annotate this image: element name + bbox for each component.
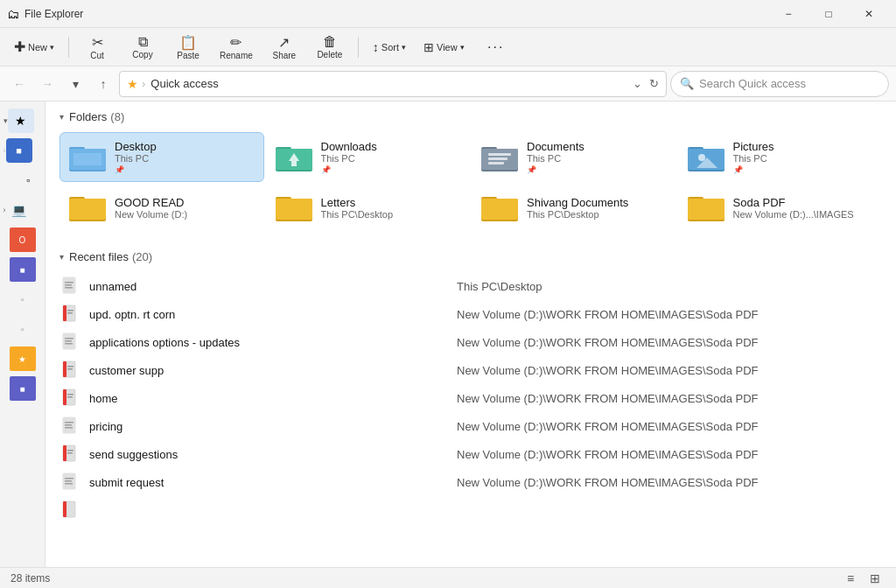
sidebar-icon-3: O (19, 235, 26, 245)
svg-rect-50 (67, 396, 73, 398)
svg-rect-52 (65, 422, 74, 424)
folders-section-header[interactable]: ▾ Folders (8) (46, 102, 896, 129)
svg-rect-56 (63, 445, 66, 461)
rename-icon: ✏ (230, 34, 242, 51)
folder-goodread-path: New Volume (D:) (115, 209, 255, 220)
back-button[interactable]: ← (7, 72, 32, 96)
file-row[interactable]: unnamed This PC\Desktop (46, 272, 896, 300)
file-row[interactable]: home New Volume (D:)\WORK FROM HOME\IMAG… (46, 384, 896, 412)
search-placeholder: Search Quick access (699, 77, 806, 90)
cut-icon: ✂ (92, 34, 103, 51)
file-path-submit: New Volume (D:)\WORK FROM HOME\IMAGES\So… (457, 476, 882, 489)
cut-button[interactable]: ✂ Cut (76, 32, 118, 63)
separator-1 (68, 37, 69, 58)
minimize-button[interactable]: − (768, 0, 808, 28)
file-row[interactable]: customer supp New Volume (D:)\WORK FROM … (46, 356, 896, 384)
folder-letters-path: This PC\Desktop (321, 209, 461, 220)
more-button[interactable]: ··· (475, 32, 517, 63)
folder-shivang-path: This PC\Desktop (527, 209, 667, 220)
file-row[interactable]: applications options - updates New Volum… (46, 328, 896, 356)
file-row-partial[interactable] (46, 496, 896, 524)
sidebar-item-4[interactable]: ■ (10, 257, 36, 282)
folder-sodapdf[interactable]: Soda PDF New Volume (D:)...\IMAGES (678, 184, 883, 231)
address-bar[interactable]: ★ › Quick access ⌄ ↻ (119, 71, 667, 97)
svg-rect-62 (65, 483, 73, 485)
sidebar-item-2[interactable]: ▫ (16, 168, 42, 192)
sidebar-collapse-icon[interactable]: ▾ (4, 116, 8, 125)
maximize-button[interactable]: □ (808, 0, 849, 28)
folder-documents[interactable]: Documents This PC 📌 (472, 132, 676, 182)
folder-shivang-info: Shivang Documents This PC\Desktop (527, 196, 667, 220)
recent-title: Recent files (69, 250, 129, 263)
view-button[interactable]: ⊞ View ▾ (416, 32, 472, 63)
svg-rect-44 (63, 361, 66, 377)
file-row[interactable]: send suggestions New Volume (D:)\WORK FR… (46, 440, 896, 468)
delete-icon: 🗑 (323, 34, 337, 50)
folder-desktop-icon (69, 142, 106, 173)
folder-shivang[interactable]: Shivang Documents This PC\Desktop (472, 184, 676, 231)
folder-letters-info: Letters This PC\Desktop (321, 196, 461, 220)
sidebar-item-8[interactable]: ■ (10, 376, 36, 401)
file-row[interactable]: upd. optn. rt corn New Volume (D:)\WORK … (46, 300, 896, 328)
folder-desktop[interactable]: Desktop This PC 📌 (60, 132, 264, 182)
this-pc-icon: 💻 (11, 203, 26, 217)
file-row[interactable]: pricing New Volume (D:)\WORK FROM HOME\I… (46, 412, 896, 440)
svg-rect-45 (67, 366, 74, 368)
file-name-suggestions: send suggestions (89, 448, 457, 461)
sidebar-item-5[interactable]: ▫ (10, 287, 36, 312)
view-icon: ⊞ (424, 40, 434, 54)
sidebar-icon-6: ▫ (21, 325, 24, 334)
folder-downloads[interactable]: Downloads This PC 📌 (266, 132, 471, 182)
file-name-apps: applications options - updates (89, 336, 457, 349)
folder-desktop-pin: 📌 (115, 165, 255, 174)
copy-button[interactable]: ⧉ Copy (122, 32, 164, 63)
paste-icon: 📋 (179, 34, 197, 51)
search-bar[interactable]: 🔍 Search Quick access (670, 71, 889, 97)
svg-rect-21 (69, 199, 106, 220)
forward-button[interactable]: → (35, 72, 60, 96)
folder-pictures[interactable]: Pictures This PC 📌 (678, 132, 883, 182)
refresh-icon[interactable]: ↻ (649, 77, 659, 90)
svg-rect-40 (65, 338, 74, 340)
file-row[interactable]: submit request New Volume (D:)\WORK FROM… (46, 468, 896, 496)
close-button[interactable]: ✕ (849, 0, 889, 28)
delete-button[interactable]: 🗑 Delete (309, 32, 351, 63)
folder-documents-info: Documents This PC 📌 (527, 140, 667, 174)
item-count: 28 items (10, 572, 50, 584)
up-button[interactable]: ↑ (91, 72, 116, 96)
folder-desktop-info: Desktop This PC 📌 (115, 140, 255, 174)
details-view-button[interactable]: ⊞ (864, 570, 886, 587)
sidebar-item-3[interactable]: O (10, 228, 36, 252)
paste-button[interactable]: 📋 Paste (167, 32, 209, 63)
sidebar-item-6[interactable]: ▫ (10, 317, 36, 341)
folder-downloads-path: This PC (321, 153, 461, 164)
sidebar-item-7[interactable]: ★ (10, 346, 36, 371)
folder-sodapdf-info: Soda PDF New Volume (D:)...\IMAGES (733, 196, 873, 220)
recent-files-list: unnamed This PC\Desktop upd. optn. rt co… (46, 269, 896, 528)
folder-pictures-icon (688, 142, 724, 173)
list-view-button[interactable]: ≡ (840, 570, 861, 587)
folder-pictures-pin: 📌 (733, 165, 873, 174)
svg-rect-13 (488, 162, 504, 164)
file-icon-upd (60, 304, 80, 325)
svg-rect-54 (65, 427, 73, 429)
rename-button[interactable]: ✏ Rename (213, 32, 260, 63)
sidebar-item-thispc[interactable]: 💻 (6, 198, 32, 222)
sort-button[interactable]: ↕ Sort ▾ (366, 32, 413, 63)
sidebar-item-1[interactable]: ■ (6, 138, 32, 163)
status-view-controls: ≡ ⊞ (840, 570, 886, 587)
svg-rect-64 (63, 501, 66, 517)
sidebar: ▾ ★ › ■ ▫ › 💻 O (0, 102, 46, 567)
folder-documents-name: Documents (527, 140, 667, 153)
recent-section-header[interactable]: ▾ Recent files (20) (46, 242, 896, 269)
file-path-unnamed: This PC\Desktop (457, 280, 882, 293)
sidebar-item-quickaccess[interactable]: ★ (8, 108, 34, 133)
new-button[interactable]: ✚ New ▾ (7, 32, 61, 63)
folder-letters[interactable]: Letters This PC\Desktop (266, 184, 471, 231)
folders-title: Folders (69, 110, 107, 123)
folder-goodread[interactable]: GOOD READ New Volume (D:) (60, 184, 264, 231)
folders-chevron-icon: ▾ (60, 112, 64, 122)
svg-rect-11 (488, 153, 511, 156)
recent-locations-button[interactable]: ▾ (63, 72, 88, 96)
share-button[interactable]: ↗ Share (263, 32, 305, 63)
